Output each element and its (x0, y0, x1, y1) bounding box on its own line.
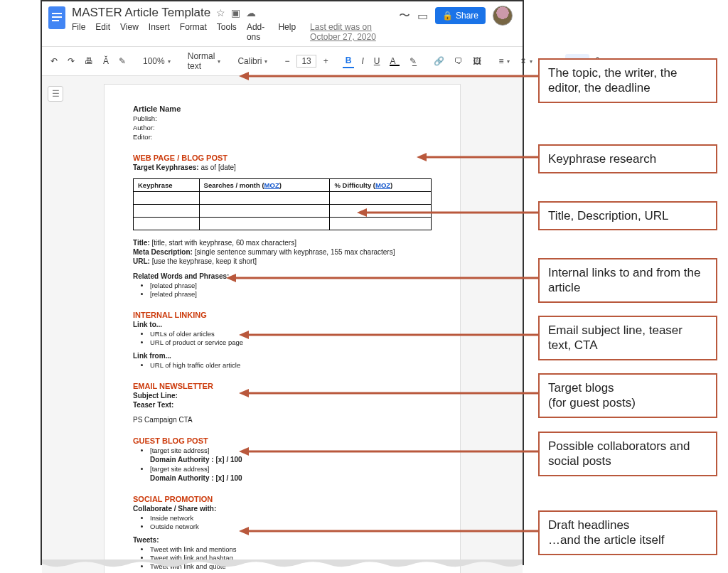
callout-email: Email subject line, teaser text, CTA (538, 316, 717, 360)
list-item: Tweet with link and hashtag (150, 554, 432, 562)
author-line: Author: (133, 124, 432, 132)
list-item: Inside network (150, 514, 432, 522)
list-item: Tweet with link and quote (150, 562, 432, 570)
internal-heading: INTERNAL LINKING (133, 311, 432, 319)
avatar[interactable] (493, 6, 513, 26)
svg-marker-5 (239, 72, 249, 80)
viewport: ☰ Article Name Publish: Author: Editor: … (42, 76, 523, 573)
social-heading: SOCIAL PROMOTION (133, 495, 432, 503)
article-name: Article Name (133, 105, 432, 113)
doc-title[interactable]: MASTER Article Template (72, 6, 210, 20)
svg-rect-2 (52, 16, 62, 18)
fontsize[interactable]: 13 (296, 55, 316, 68)
star-icon[interactable]: ☆ (216, 7, 225, 18)
list-item: URL of high traffic older article (150, 361, 432, 369)
comment-icon[interactable]: 🗨 (451, 55, 466, 68)
callout-headlines: Draft headlines …and the article itself (538, 510, 717, 555)
svg-marker-7 (417, 153, 427, 161)
comments-icon[interactable]: ▭ (417, 9, 428, 23)
arrow (239, 526, 539, 536)
move-icon[interactable]: ▣ (231, 7, 240, 18)
last-edit-text[interactable]: Last edit was on October 27, 2020 (310, 22, 399, 42)
menubar: File Edit View Insert Format Tools Add-o… (72, 22, 399, 42)
outline-toggle-icon[interactable]: ☰ (48, 86, 63, 102)
list-item: Tweet with link and mentions (150, 545, 432, 553)
moz-link[interactable]: MOZ (264, 181, 279, 189)
linespacing-icon[interactable]: ⇳ (517, 55, 535, 68)
highlight-icon[interactable]: ✎̲ (407, 55, 419, 68)
svg-marker-9 (357, 208, 367, 217)
textcolor-button[interactable]: A (387, 55, 402, 68)
th-keyphrase: Keyphrase (134, 179, 200, 192)
editor-line: Editor: (133, 133, 432, 141)
share-button[interactable]: 🔒Share (435, 7, 486, 24)
keyphrase-table: Keyphrase Searches / month (MOZ) % Diffi… (133, 178, 432, 230)
docs-logo-icon (48, 6, 66, 30)
spellcheck-icon[interactable]: Ă (100, 55, 112, 68)
lock-icon: 🔒 (442, 11, 453, 21)
titlebar: MASTER Article Template ☆ ▣ ☁ File Edit … (42, 1, 523, 42)
italic-button[interactable]: I (358, 55, 366, 68)
list-item: [target site address] (150, 465, 432, 473)
menu-addons[interactable]: Add-ons (247, 22, 269, 42)
font-select[interactable]: Calibri (235, 55, 270, 68)
activity-icon[interactable]: 〜 (399, 9, 410, 23)
arrow (239, 446, 539, 456)
webpage-heading: WEB PAGE / BLOG POST (133, 154, 432, 162)
underline-button[interactable]: U (371, 55, 383, 68)
svg-marker-13 (239, 331, 249, 339)
menu-format[interactable]: Format (180, 22, 207, 42)
svg-marker-19 (239, 527, 249, 535)
arrow (239, 330, 539, 340)
moz-link[interactable]: MOZ (375, 181, 390, 189)
arrow (417, 152, 539, 162)
image-icon[interactable]: 🖼 (470, 55, 484, 68)
arrow (239, 71, 539, 81)
menu-tools[interactable]: Tools (217, 22, 237, 42)
menu-file[interactable]: File (72, 22, 85, 42)
arrow (357, 208, 539, 218)
undo-icon[interactable]: ↶ (48, 55, 60, 68)
callout-internal: Internal links to and from the article (538, 258, 717, 303)
paint-icon[interactable]: ✎ (116, 55, 129, 68)
menu-view[interactable]: View (120, 22, 139, 42)
menu-help[interactable]: Help (278, 22, 296, 42)
arrow (226, 273, 539, 283)
th-searches: Searches / month (MOZ) (199, 179, 330, 192)
arrow (239, 388, 539, 398)
th-difficulty: % Difficulty (MOZ) (330, 179, 432, 192)
list-item: [related phrase] (150, 290, 432, 298)
bold-button[interactable]: B (343, 54, 355, 68)
callout-guest: Target blogs (for guest posts) (538, 373, 717, 418)
svg-marker-17 (239, 447, 249, 456)
style-select[interactable]: Normal text (185, 50, 224, 73)
align-icon[interactable]: ≡ (496, 55, 512, 68)
redo-icon[interactable]: ↷ (65, 55, 77, 68)
callout-keyphrase: Keyphrase research (538, 144, 717, 173)
link-icon[interactable]: 🔗 (431, 55, 447, 68)
cloud-icon[interactable]: ☁ (246, 7, 256, 18)
svg-rect-1 (52, 13, 62, 14)
doc-page: Article Name Publish: Author: Editor: WE… (105, 85, 460, 573)
publish-line: Publish: (133, 114, 432, 122)
svg-marker-15 (239, 389, 249, 397)
print-icon[interactable]: 🖶 (82, 55, 96, 68)
fontsize-inc[interactable]: + (321, 55, 331, 68)
menu-insert[interactable]: Insert (149, 22, 170, 42)
zoom-select[interactable]: 100% (140, 55, 173, 68)
callout-title: Title, Description, URL (538, 201, 717, 230)
svg-rect-3 (52, 20, 59, 21)
menu-edit[interactable]: Edit (95, 22, 110, 42)
callout-topic: The topic, the writer, the editor, the d… (538, 58, 717, 103)
guest-heading: GUEST BLOG POST (133, 437, 432, 445)
fontsize-dec[interactable]: − (282, 55, 292, 68)
svg-marker-11 (226, 274, 236, 282)
callout-social: Possible collaborators and social posts (538, 432, 717, 476)
